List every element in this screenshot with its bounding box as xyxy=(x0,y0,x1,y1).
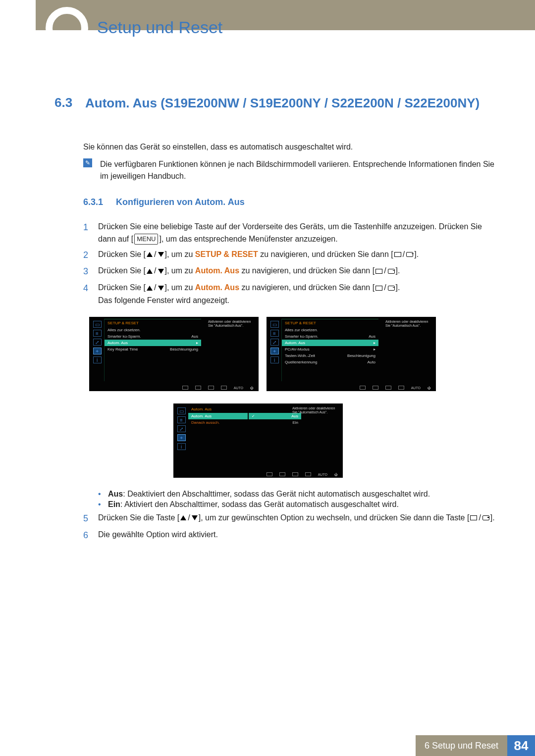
arrow-down-icon xyxy=(158,269,164,274)
nav-right-icon xyxy=(305,472,311,476)
osd-side-icons: ▭ ≡ ⤢ ✦ i xyxy=(268,321,280,363)
footer-title: 6 Setup und Reset xyxy=(416,735,507,756)
arrow-down-icon xyxy=(158,286,164,291)
osd-bottom-bar: AUTO⏻ xyxy=(267,384,436,391)
step-3b: ], um zu xyxy=(165,267,195,275)
osd-left-r2v: Aus xyxy=(191,334,198,339)
auto-label: AUTO xyxy=(411,386,421,390)
osd-icon-picture: ▭ xyxy=(177,407,186,414)
source-icon xyxy=(375,269,382,274)
step-2c: zu navigieren, und drücken Sie dann [ xyxy=(258,250,393,258)
menu-key: MENU xyxy=(134,234,158,245)
enter-icon xyxy=(482,515,489,520)
step-2-target: SETUP & RESET xyxy=(195,250,258,258)
arrow-down-icon xyxy=(158,252,164,257)
osd-bottom-bar: AUTO⏻ xyxy=(173,471,343,478)
bullet-aus: •Aus: Deaktiviert den Abschalttimer, sod… xyxy=(98,490,499,499)
subsection-number: 6.3.1 xyxy=(83,197,103,207)
osd-left-r1: Alles zur cksetzen. xyxy=(107,328,141,332)
osd-sub-options: ✓Aus Ein xyxy=(249,405,301,468)
chapter-circle-icon xyxy=(46,7,88,50)
subsection-title: Konfigurieren von Autom. Aus xyxy=(116,197,245,207)
step-5c: ]. xyxy=(490,513,495,522)
arrow-up-icon xyxy=(147,269,153,274)
page-title: Setup und Reset xyxy=(97,18,222,37)
source-icon xyxy=(470,515,477,520)
osd-r-r2: Smarter ko-Sparm. xyxy=(285,334,319,339)
arrow-up-icon xyxy=(147,286,153,291)
arrow-up-icon xyxy=(180,515,186,520)
osd-icon-picture: ▭ xyxy=(270,321,279,328)
step-3a: Drücken Sie [ xyxy=(98,267,146,275)
bullet-aus-label: Aus xyxy=(108,490,123,498)
osd-icon-info: i xyxy=(270,356,279,363)
osd-sub-desc: Aktivieren oder deaktivieren Sie "Automa… xyxy=(292,406,340,415)
section-number: 6.3 xyxy=(54,95,72,110)
osd-r-r3: Autom. Aus xyxy=(285,341,305,345)
nav-down-icon xyxy=(373,386,378,390)
osd-icon-size: ⤢ xyxy=(93,339,102,346)
osd-left-panel: SETUP & RESET Alles zur cksetzen. Smarte… xyxy=(104,319,201,381)
nav-right-icon xyxy=(398,386,404,390)
osd-sub-r1: Autom. Aus xyxy=(191,414,212,418)
osd-r-r4v: ▸ xyxy=(374,347,375,352)
osd-screenshots-row: ▭ ≡ ⤢ ✦ i SETUP & RESET Alles zur cksetz… xyxy=(89,317,436,391)
step-6: 6Die gewählte Option wird aktiviert. xyxy=(83,529,499,543)
osd-r-r5: Tasten-Wdh.-Zeit xyxy=(285,353,315,358)
enter-icon xyxy=(388,269,395,274)
osd-r-r6v: Auto xyxy=(368,360,375,364)
step-3-target: Autom. Aus xyxy=(195,267,239,275)
step-4-target: Autom. Aus xyxy=(195,284,239,292)
step-2a: Drücken Sie [ xyxy=(98,250,146,258)
step-1-text-b: ], um das entsprechende Menüfenster anzu… xyxy=(159,235,337,243)
nav-right-icon xyxy=(221,386,227,390)
step-3d: ]. xyxy=(396,267,400,275)
osd-icon-display: ≡ xyxy=(93,330,102,337)
osd-r-r3v: ▸ xyxy=(374,341,375,345)
osd-icon-info: i xyxy=(177,443,186,450)
osd-sub-opt-ein: Ein xyxy=(292,420,298,425)
steps-list: 1 Drücken Sie eine beliebige Taste auf d… xyxy=(83,218,499,309)
nav-up-icon xyxy=(292,472,298,476)
osd-icon-setup: ✦ xyxy=(270,348,279,354)
osd-r-r1: Alles zur cksetzen. xyxy=(285,328,318,332)
osd-icon-size: ⤢ xyxy=(270,339,279,346)
bullet-aus-text: : Deaktiviert den Abschalttimer, sodass … xyxy=(123,490,430,498)
footer-page-number: 84 xyxy=(507,735,535,756)
nav-up-icon xyxy=(208,386,214,390)
step-5b: ], um zur gewünschten Option zu wechseln… xyxy=(199,513,470,522)
arrow-up-icon xyxy=(147,252,153,257)
step-3: 3 Drücken Sie [/], um zu Autom. Aus zu n… xyxy=(83,265,499,279)
enter-icon xyxy=(406,252,413,257)
osd-right-panel: SETUP & RESET Alles zur cksetzen. Smarte… xyxy=(281,319,378,381)
step-2d: ]. xyxy=(414,250,419,258)
enter-icon xyxy=(388,286,395,291)
step-4e: Das folgende Fenster wird angezeigt. xyxy=(98,296,229,304)
step-1: 1 Drücken Sie eine beliebige Taste auf d… xyxy=(83,221,499,246)
nav-down-icon xyxy=(195,386,201,390)
osd-icon-display: ≡ xyxy=(270,330,279,337)
section-title: Autom. Aus (S19E200NW / S19E200NY / S22E… xyxy=(85,95,480,112)
bullet-ein-text: : Aktiviert den Abschalttimer, sodass da… xyxy=(120,500,399,508)
osd-left: ▭ ≡ ⤢ ✦ i SETUP & RESET Alles zur cksetz… xyxy=(89,317,259,391)
power-icon: ⏻ xyxy=(334,473,338,476)
osd-icon-picture: ▭ xyxy=(93,321,102,328)
osd-left-r4v: Beschleunigung xyxy=(170,347,198,352)
osd-icon-info: i xyxy=(93,356,102,363)
step-5: 5 Drücken Sie die Taste [/], um zur gewü… xyxy=(83,512,499,526)
osd-submenu: ▭ ≡ ⤢ ✦ i Autom. Aus Autom. Aus Danach a… xyxy=(173,403,343,478)
osd-sub-header: Autom. Aus xyxy=(188,405,248,413)
osd-side-icons: ▭ ≡ ⤢ ✦ i xyxy=(91,321,103,363)
bullet-ein-label: Ein xyxy=(108,500,120,508)
power-icon: ⏻ xyxy=(428,386,431,390)
osd-side-icons: ▭ ≡ ⤢ ✦ i xyxy=(175,407,187,450)
osd-header: SETUP & RESET xyxy=(282,319,378,327)
step-4d: ]. xyxy=(396,284,400,292)
nav-left-icon xyxy=(360,386,366,390)
osd-r-r6: Quellenerkennung xyxy=(285,360,317,364)
step-3c: zu navigieren, und drücken Sie dann [ xyxy=(239,267,374,275)
step-2b: ], um zu xyxy=(165,250,195,258)
osd-icon-setup: ✦ xyxy=(177,434,186,441)
nav-up-icon xyxy=(385,386,391,390)
nav-down-icon xyxy=(279,472,285,476)
